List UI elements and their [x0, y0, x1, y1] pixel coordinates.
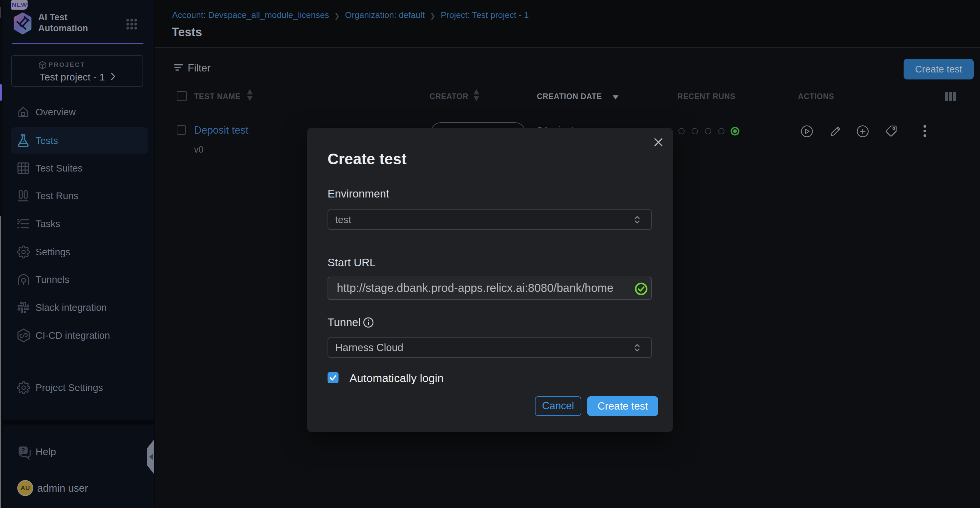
svg-text:?: ? — [21, 447, 25, 454]
